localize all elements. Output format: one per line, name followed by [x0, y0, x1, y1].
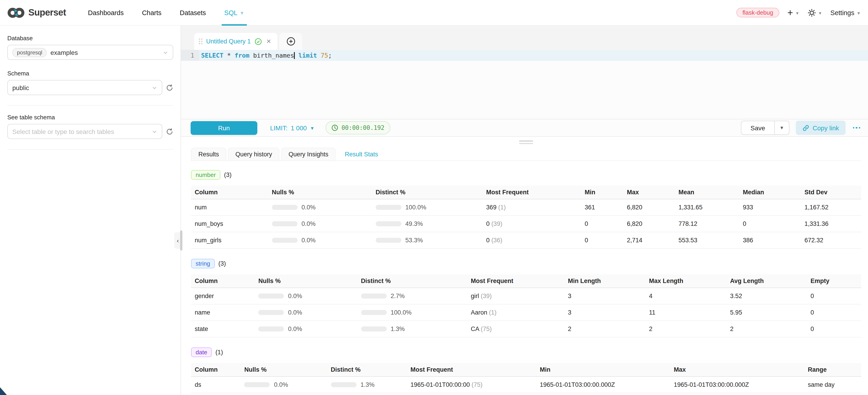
nulls-pct-cell: 0.0%	[255, 304, 358, 321]
save-button[interactable]: Save	[741, 121, 775, 135]
most-frequent-value: 1965-01-01T00:00:00	[410, 381, 470, 388]
bar-track	[272, 238, 297, 243]
sql-token-plain	[294, 52, 298, 59]
most-frequent-cell: girl (39)	[467, 288, 564, 304]
section-badge-row: number(3)	[191, 170, 861, 180]
new-query-tab-button[interactable]	[280, 33, 302, 50]
percent-bar: 0.0%	[272, 220, 368, 227]
table-header-row: ColumnNulls %Distinct %Most FrequentMinM…	[191, 363, 861, 376]
nulls-pct-cell: 0.0%	[255, 321, 358, 337]
column-header: Most Frequent	[483, 186, 581, 199]
environment-badge: flask-debug	[737, 8, 779, 18]
theme-toggle[interactable]: ▼	[808, 8, 822, 17]
most-frequent-count: (1)	[496, 204, 506, 211]
save-options-caret[interactable]: ▼	[775, 121, 789, 135]
percent-label: 0.0%	[288, 326, 302, 332]
distinct-pct-cell: 2.7%	[357, 288, 467, 304]
run-query-button[interactable]: Run	[191, 121, 257, 134]
stats-table: ColumnNulls %Distinct %Most FrequentMin …	[191, 274, 861, 337]
sql-token-plain	[317, 52, 321, 59]
distinct-pct-cell: 49.3%	[372, 216, 483, 232]
percent-bar: 1.3%	[331, 381, 403, 388]
save-split-button: Save ▼	[741, 121, 789, 135]
sql-token-plain: ;	[328, 52, 332, 59]
nav-item-sql[interactable]: SQL▼	[215, 0, 253, 25]
most-frequent-cell: 369 (1)	[483, 199, 581, 216]
percent-bar: 2.7%	[361, 293, 463, 299]
sql-code-editor[interactable]: 1 SELECT * from birth_names limit 75;	[181, 50, 868, 119]
copy-link-button[interactable]: Copy link	[796, 121, 845, 135]
nav-item-charts[interactable]: Charts	[133, 0, 170, 25]
scrollbar-thumb[interactable]	[180, 231, 182, 250]
refresh-tables-button[interactable]	[166, 128, 173, 135]
column-header: Nulls %	[268, 186, 372, 199]
copy-link-label: Copy link	[813, 124, 839, 131]
stat-value-cell: 0	[581, 216, 623, 232]
stat-value-cell: 0	[739, 216, 801, 232]
stat-value-cell: 0	[807, 288, 861, 304]
tab-query-insights[interactable]: Query Insights	[281, 148, 336, 160]
sql-token-keyword: SELECT	[201, 52, 223, 59]
type-badge-date: date	[191, 347, 212, 357]
percent-label: 2.7%	[391, 293, 405, 299]
column-header: Distinct %	[357, 274, 467, 288]
column-name-cell: num_girls	[191, 232, 268, 248]
new-item-button[interactable]: + ▼	[787, 8, 799, 18]
distinct-pct-cell: 53.3%	[372, 232, 483, 248]
chevron-down-icon: ▼	[818, 11, 822, 15]
percent-label: 1.3%	[391, 326, 405, 332]
table-row: name0.0%100.0%Aaron (1)3115.950	[191, 304, 861, 321]
most-frequent-count: (39)	[490, 220, 502, 227]
tab-result-stats[interactable]: Result Stats	[338, 148, 385, 160]
stat-value-cell: same day	[804, 376, 861, 393]
percent-label: 49.3%	[405, 220, 423, 227]
more-options-button[interactable]	[852, 125, 861, 130]
sql-token-number: 75	[321, 52, 328, 59]
stat-value-cell: 2	[645, 321, 726, 337]
percent-bar: 0.0%	[244, 381, 323, 388]
section-badge-row: date(1)	[191, 347, 861, 357]
stat-value-cell: 386	[739, 232, 801, 248]
most-frequent-count: (39)	[479, 293, 492, 299]
limit-dropdown[interactable]: LIMIT: 1 000 ▼	[270, 124, 314, 131]
column-header: Nulls %	[241, 363, 327, 376]
refresh-schemas-button[interactable]	[166, 84, 173, 91]
nulls-pct-cell: 0.0%	[268, 216, 372, 232]
stat-value-cell: 1,167.52	[801, 199, 861, 216]
column-header: Most Frequent	[467, 274, 564, 288]
table-select[interactable]: Select table or type to search tables	[7, 124, 162, 139]
schema-select[interactable]: public	[7, 80, 162, 95]
stat-value-cell: 2,714	[623, 232, 675, 248]
database-label: Database	[7, 35, 173, 41]
stat-value-cell: 3.52	[726, 288, 807, 304]
percent-label: 53.3%	[405, 237, 423, 244]
stat-value-cell: 1,331.36	[801, 216, 861, 232]
tab-query-history[interactable]: Query history	[228, 148, 280, 160]
percent-bar: 0.0%	[258, 293, 354, 299]
tab-results[interactable]: Results	[191, 148, 226, 160]
percent-label: 0.0%	[302, 237, 316, 244]
most-frequent-cell: CA (75)	[467, 321, 564, 337]
database-engine-tag: postgresql	[12, 48, 47, 57]
bar-track	[376, 205, 401, 210]
close-tab-icon[interactable]: ✕	[265, 38, 271, 45]
stats-section-string: string(3)ColumnNulls %Distinct %Most Fre…	[191, 259, 861, 337]
column-header: Std Dev	[801, 186, 861, 199]
database-select[interactable]: postgresql examples	[7, 45, 173, 60]
pane-resize-handle[interactable]	[191, 137, 861, 148]
superset-logo[interactable]: Superset	[7, 7, 66, 19]
nav-item-dashboards[interactable]: Dashboards	[79, 0, 133, 25]
column-header: Avg Length	[726, 274, 807, 288]
sql-code[interactable]: SELECT * from birth_names limit 75;	[199, 50, 868, 61]
stat-value-cell: 6,820	[623, 216, 675, 232]
table-row: ds0.0%1.3%1965-01-01T00:00:00 (75)1965-0…	[191, 376, 861, 393]
line-number: 1	[181, 50, 199, 61]
nav-item-datasets[interactable]: Datasets	[171, 0, 215, 25]
stat-value-cell: 3	[564, 304, 645, 321]
query-tab[interactable]: Untitled Query 1 ✕	[194, 33, 278, 50]
divider	[7, 149, 173, 150]
most-frequent-cell: 0 (36)	[483, 232, 581, 248]
settings-menu[interactable]: Settings ▼	[830, 9, 861, 16]
most-frequent-value: Aaron	[471, 309, 487, 316]
table-row: num_girls0.0%53.3%0 (36)02,714553.533866…	[191, 232, 861, 248]
